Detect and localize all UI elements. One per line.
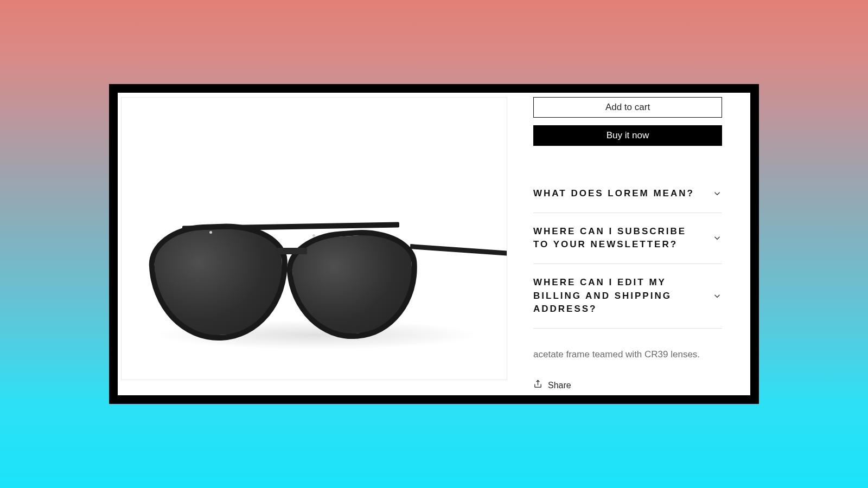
accordion-title: WHERE CAN I SUBSCRIBE TO YOUR NEWSLETTER… <box>533 225 701 252</box>
glasses-right-lens: R. <box>284 226 422 343</box>
share-button[interactable]: Share <box>533 380 722 391</box>
app-frame: R. Add to cart Buy it now WHAT DOES LORE… <box>109 84 759 404</box>
glasses-left-lens <box>148 222 290 343</box>
chevron-down-icon <box>712 291 722 301</box>
chevron-down-icon <box>712 189 722 198</box>
glasses-arm <box>410 244 507 258</box>
glasses-rivet <box>312 234 315 237</box>
product-image[interactable]: R. <box>121 97 507 380</box>
product-description: acetate frame teamed with CR39 lenses. <box>533 349 722 360</box>
product-info: Add to cart Buy it now WHAT DOES LOREM M… <box>512 97 744 391</box>
add-to-cart-button[interactable]: Add to cart <box>533 97 722 118</box>
chevron-down-icon <box>712 233 722 243</box>
sunglasses-illustration: R. <box>144 214 475 350</box>
glasses-rivet <box>209 231 212 234</box>
product-gallery: R. <box>118 97 512 391</box>
share-label: Share <box>548 381 571 390</box>
share-icon <box>533 380 542 391</box>
accordion-title: WHERE CAN I EDIT MY BILLING AND SHIPPING… <box>533 276 701 316</box>
page-background: R. Add to cart Buy it now WHAT DOES LORE… <box>0 0 868 488</box>
buy-now-button[interactable]: Buy it now <box>533 125 722 146</box>
faq-accordion: WHAT DOES LOREM MEAN? WHERE CAN I SUBSCR… <box>533 175 722 329</box>
glasses-bridge <box>277 248 307 254</box>
accordion-item[interactable]: WHAT DOES LOREM MEAN? <box>533 175 722 213</box>
accordion-item[interactable]: WHERE CAN I SUBSCRIBE TO YOUR NEWSLETTER… <box>533 213 722 264</box>
product-page: R. Add to cart Buy it now WHAT DOES LORE… <box>118 93 750 395</box>
accordion-item[interactable]: WHERE CAN I EDIT MY BILLING AND SHIPPING… <box>533 264 722 329</box>
accordion-title: WHAT DOES LOREM MEAN? <box>533 187 694 201</box>
